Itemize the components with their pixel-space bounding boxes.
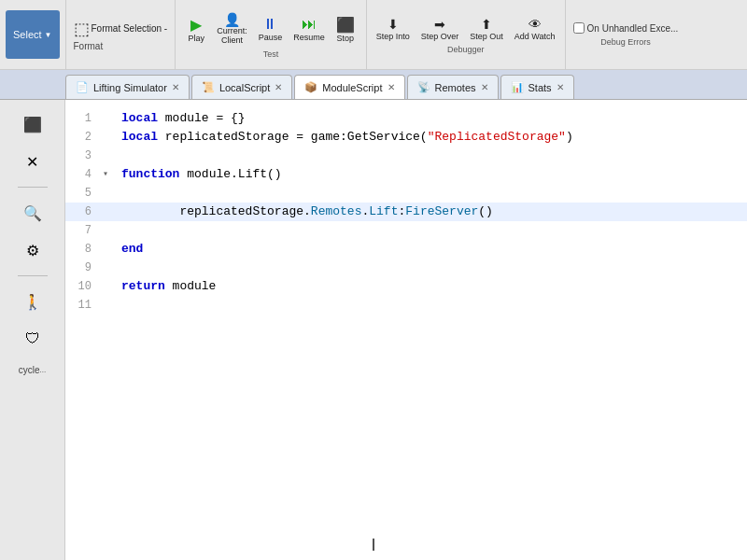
person-icon[interactable]: 🚶 (18, 287, 48, 316)
code-line-7: 7 (65, 221, 747, 240)
tab-close-remotes[interactable]: ✕ (481, 82, 488, 92)
tab-remotes[interactable]: 📡 Remotes ✕ (407, 75, 499, 99)
select-button[interactable]: Select ▼ (6, 10, 60, 59)
cycle-icon[interactable]: cycle ... (18, 361, 48, 379)
debug-errors-label: Debug Errors (600, 37, 651, 47)
collapse-icon[interactable]: ⬛ (18, 109, 48, 139)
tab-close-module-script[interactable]: ✕ (388, 82, 395, 92)
code-line-1: 1 local module = {} (65, 109, 747, 128)
current-client-button[interactable]: 👤 Current:Client (213, 10, 251, 48)
tab-icon-remotes: 📡 (417, 81, 430, 93)
tab-local-script[interactable]: 📜 LocalScript ✕ (191, 75, 292, 99)
tab-icon-local-script: 📜 (202, 81, 215, 93)
filter-icon[interactable]: ⚙ (18, 235, 48, 265)
add-watch-icon: 👁 (529, 17, 542, 32)
code-line-8: 8 end (65, 240, 747, 259)
format-selection-button[interactable]: ⬚ Format Selection - (74, 19, 168, 39)
debugger-group: ⬇ Step Into ➡ Step Over ⬆ Step Out 👁 Add… (367, 0, 566, 69)
select-section: Select ▼ (0, 0, 66, 69)
code-line-11: 11 (65, 296, 747, 315)
on-unhandled-checkbox-area: On Unhandled Exce... (573, 22, 679, 34)
code-line-9: 9 (65, 259, 747, 277)
test-label: Test (263, 49, 279, 59)
pause-button[interactable]: ⏸ Pause (255, 14, 287, 44)
sidebar-icons: ⬛ ✕ 🔍 ⚙ 🚶 🛡 cycle ... (13, 105, 52, 384)
code-editor[interactable]: 1 local module = {} 2 local replicatedSt… (65, 100, 747, 560)
debugger-label: Debugger (447, 45, 485, 54)
code-line-4: 4 ▾ function module.Lift() (65, 165, 747, 184)
search-icon[interactable]: 🔍 (18, 198, 48, 228)
tab-stats[interactable]: 📊 Stats ✕ (500, 75, 574, 99)
tab-close-stats[interactable]: ✕ (557, 82, 564, 92)
code-line-10: 10 return module (65, 277, 747, 296)
close-panel-icon[interactable]: ✕ (18, 147, 48, 176)
code-line-5: 5 (65, 184, 747, 203)
debug-errors-section: On Unhandled Exce... Debug Errors (566, 0, 686, 69)
tab-close-local-script[interactable]: ✕ (275, 82, 282, 92)
code-line-3: 3 (65, 147, 747, 165)
stop-button[interactable]: ⬛ Stop (332, 14, 359, 45)
ribbon: Select ▼ ⬚ Format Selection - Format ▶ P… (0, 0, 747, 70)
format-section: ⬚ Format Selection - Format (66, 0, 176, 69)
tab-icon-stats: 📊 (511, 81, 524, 93)
step-over-button[interactable]: ➡ Step Over (417, 15, 463, 43)
stop-icon: ⬛ (336, 16, 355, 34)
sidebar: ⬛ ✕ 🔍 ⚙ 🚶 🛡 cycle ... (0, 100, 65, 560)
play-icon: ▶ (190, 16, 202, 34)
code-line-empty (65, 315, 747, 501)
play-button[interactable]: ▶ Play (183, 14, 209, 45)
step-out-icon: ⬆ (481, 17, 492, 32)
step-into-button[interactable]: ⬇ Step Into (373, 15, 414, 43)
tab-lifting-simulator[interactable]: 📄 Lifting Simulator ✕ (65, 75, 190, 99)
select-label: Select (13, 29, 42, 40)
step-over-icon: ➡ (434, 17, 445, 32)
tab-module-script[interactable]: 📦 ModuleScript ✕ (294, 75, 404, 99)
tabs-bar: 📄 Lifting Simulator ✕ 📜 LocalScript ✕ 📦 … (0, 70, 747, 100)
shield-icon[interactable]: 🛡 (18, 324, 48, 354)
code-line-6: 6 replicatedStorage.Remotes.Lift:FireSer… (65, 203, 747, 221)
test-group: ▶ Play 👤 Current:Client ⏸ Pause ⏭ Resume… (176, 0, 367, 69)
current-client-icon: 👤 (224, 12, 240, 27)
tab-close-lifting[interactable]: ✕ (172, 82, 179, 92)
on-unhandled-checkbox[interactable] (573, 22, 585, 34)
step-out-button[interactable]: ⬆ Step Out (466, 15, 507, 43)
step-into-icon: ⬇ (388, 17, 399, 32)
pause-icon: ⏸ (262, 16, 277, 33)
code-line-2: 2 local replicatedStorage = game:GetServ… (65, 128, 747, 147)
text-cursor-indicator: I (371, 536, 375, 555)
resume-button[interactable]: ⏭ Resume (289, 14, 329, 44)
add-watch-button[interactable]: 👁 Add Watch (511, 15, 559, 43)
tab-icon-lifting: 📄 (76, 81, 89, 93)
resume-icon: ⏭ (302, 16, 317, 33)
format-icon: ⬚ (74, 19, 90, 39)
chevron-down-icon: ▼ (45, 31, 52, 39)
format-label: Format (74, 41, 168, 51)
editor-container: ⬛ ✕ 🔍 ⚙ 🚶 🛡 cycle ... 1 local module = {… (0, 100, 747, 560)
tab-icon-module-script: 📦 (304, 81, 317, 93)
